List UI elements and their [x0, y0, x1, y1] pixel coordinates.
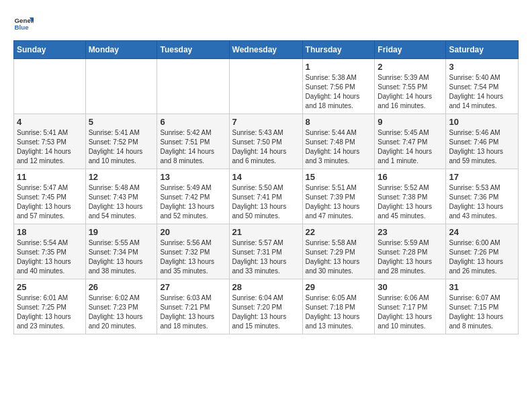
logo: General Blue — [13, 13, 34, 34]
day-info: Sunrise: 6:04 AM Sunset: 7:20 PM Dayligh… — [232, 293, 300, 331]
day-info: Sunrise: 6:01 AM Sunset: 7:25 PM Dayligh… — [17, 293, 83, 331]
day-number: 23 — [378, 227, 443, 237]
calendar-cell — [14, 59, 86, 114]
day-number: 17 — [449, 172, 515, 182]
day-number: 7 — [232, 117, 300, 127]
day-number: 29 — [306, 282, 372, 292]
calendar-cell: 27Sunrise: 6:03 AM Sunset: 7:21 PM Dayli… — [157, 279, 229, 334]
weekday-header-thursday: Thursday — [302, 41, 375, 59]
calendar-cell: 5Sunrise: 5:41 AM Sunset: 7:52 PM Daylig… — [85, 114, 157, 169]
calendar-cell: 30Sunrise: 6:06 AM Sunset: 7:17 PM Dayli… — [375, 279, 446, 334]
day-number: 31 — [449, 282, 515, 292]
calendar-cell: 3Sunrise: 5:40 AM Sunset: 7:54 PM Daylig… — [446, 59, 519, 114]
day-number: 16 — [378, 172, 443, 182]
weekday-header-tuesday: Tuesday — [157, 41, 229, 59]
day-number: 8 — [306, 117, 372, 127]
day-number: 22 — [306, 227, 372, 237]
calendar-cell: 1Sunrise: 5:38 AM Sunset: 7:56 PM Daylig… — [302, 59, 375, 114]
calendar-cell: 21Sunrise: 5:57 AM Sunset: 7:31 PM Dayli… — [229, 224, 302, 279]
day-info: Sunrise: 5:51 AM Sunset: 7:39 PM Dayligh… — [306, 183, 372, 221]
logo-icon: General Blue — [13, 13, 34, 34]
day-info: Sunrise: 5:50 AM Sunset: 7:41 PM Dayligh… — [232, 183, 300, 221]
calendar-cell: 24Sunrise: 6:00 AM Sunset: 7:26 PM Dayli… — [446, 224, 519, 279]
calendar-cell: 11Sunrise: 5:47 AM Sunset: 7:45 PM Dayli… — [14, 169, 86, 224]
weekday-header-friday: Friday — [375, 41, 446, 59]
day-number: 6 — [160, 117, 226, 127]
calendar-cell: 26Sunrise: 6:02 AM Sunset: 7:23 PM Dayli… — [85, 279, 157, 334]
calendar-cell: 12Sunrise: 5:48 AM Sunset: 7:43 PM Dayli… — [85, 169, 157, 224]
day-number: 28 — [232, 282, 300, 292]
day-number: 15 — [306, 172, 372, 182]
day-info: Sunrise: 5:39 AM Sunset: 7:55 PM Dayligh… — [378, 73, 443, 111]
calendar-cell — [85, 59, 157, 114]
day-info: Sunrise: 5:42 AM Sunset: 7:51 PM Dayligh… — [160, 128, 226, 166]
day-info: Sunrise: 6:06 AM Sunset: 7:17 PM Dayligh… — [378, 293, 443, 331]
day-number: 27 — [160, 282, 226, 292]
calendar-cell: 9Sunrise: 5:45 AM Sunset: 7:47 PM Daylig… — [375, 114, 446, 169]
calendar-cell: 8Sunrise: 5:44 AM Sunset: 7:48 PM Daylig… — [302, 114, 375, 169]
weekday-header-row: SundayMondayTuesdayWednesdayThursdayFrid… — [14, 41, 519, 59]
calendar-cell: 17Sunrise: 5:53 AM Sunset: 7:36 PM Dayli… — [446, 169, 519, 224]
header: General Blue — [13, 13, 519, 34]
day-info: Sunrise: 5:40 AM Sunset: 7:54 PM Dayligh… — [449, 73, 515, 111]
day-info: Sunrise: 5:41 AM Sunset: 7:53 PM Dayligh… — [17, 128, 83, 166]
weekday-header-sunday: Sunday — [14, 41, 86, 59]
calendar-week-row: 1Sunrise: 5:38 AM Sunset: 7:56 PM Daylig… — [14, 59, 519, 114]
calendar-cell: 19Sunrise: 5:55 AM Sunset: 7:34 PM Dayli… — [85, 224, 157, 279]
day-info: Sunrise: 5:58 AM Sunset: 7:29 PM Dayligh… — [306, 238, 372, 276]
day-info: Sunrise: 5:54 AM Sunset: 7:35 PM Dayligh… — [17, 238, 83, 276]
day-info: Sunrise: 5:55 AM Sunset: 7:34 PM Dayligh… — [89, 238, 154, 276]
day-number: 5 — [89, 117, 154, 127]
day-number: 4 — [17, 117, 83, 127]
calendar-week-row: 18Sunrise: 5:54 AM Sunset: 7:35 PM Dayli… — [14, 224, 519, 279]
day-info: Sunrise: 5:43 AM Sunset: 7:50 PM Dayligh… — [232, 128, 300, 166]
calendar-week-row: 11Sunrise: 5:47 AM Sunset: 7:45 PM Dayli… — [14, 169, 519, 224]
calendar-cell: 29Sunrise: 6:05 AM Sunset: 7:18 PM Dayli… — [302, 279, 375, 334]
calendar-cell: 16Sunrise: 5:52 AM Sunset: 7:38 PM Dayli… — [375, 169, 446, 224]
calendar-cell: 4Sunrise: 5:41 AM Sunset: 7:53 PM Daylig… — [14, 114, 86, 169]
day-number: 9 — [378, 117, 443, 127]
day-info: Sunrise: 5:56 AM Sunset: 7:32 PM Dayligh… — [160, 238, 226, 276]
day-number: 12 — [89, 172, 154, 182]
calendar-cell: 2Sunrise: 5:39 AM Sunset: 7:55 PM Daylig… — [375, 59, 446, 114]
day-info: Sunrise: 6:03 AM Sunset: 7:21 PM Dayligh… — [160, 293, 226, 331]
calendar-cell: 25Sunrise: 6:01 AM Sunset: 7:25 PM Dayli… — [14, 279, 86, 334]
calendar-cell: 28Sunrise: 6:04 AM Sunset: 7:20 PM Dayli… — [229, 279, 302, 334]
calendar-cell: 15Sunrise: 5:51 AM Sunset: 7:39 PM Dayli… — [302, 169, 375, 224]
calendar-cell: 18Sunrise: 5:54 AM Sunset: 7:35 PM Dayli… — [14, 224, 86, 279]
weekday-header-wednesday: Wednesday — [229, 41, 302, 59]
svg-text:Blue: Blue — [15, 24, 30, 31]
day-info: Sunrise: 6:00 AM Sunset: 7:26 PM Dayligh… — [449, 238, 515, 276]
day-info: Sunrise: 5:49 AM Sunset: 7:42 PM Dayligh… — [160, 183, 226, 221]
day-number: 13 — [160, 172, 226, 182]
calendar-cell: 7Sunrise: 5:43 AM Sunset: 7:50 PM Daylig… — [229, 114, 302, 169]
calendar-cell: 31Sunrise: 6:07 AM Sunset: 7:15 PM Dayli… — [446, 279, 519, 334]
day-info: Sunrise: 5:41 AM Sunset: 7:52 PM Dayligh… — [89, 128, 154, 166]
day-number: 19 — [89, 227, 154, 237]
calendar-body: 1Sunrise: 5:38 AM Sunset: 7:56 PM Daylig… — [14, 59, 519, 334]
day-number: 10 — [449, 117, 515, 127]
day-info: Sunrise: 5:52 AM Sunset: 7:38 PM Dayligh… — [378, 183, 443, 221]
calendar-week-row: 4Sunrise: 5:41 AM Sunset: 7:53 PM Daylig… — [14, 114, 519, 169]
day-info: Sunrise: 5:48 AM Sunset: 7:43 PM Dayligh… — [89, 183, 154, 221]
day-number: 26 — [89, 282, 154, 292]
day-number: 1 — [306, 62, 372, 72]
day-info: Sunrise: 5:38 AM Sunset: 7:56 PM Dayligh… — [306, 73, 372, 111]
weekday-header-saturday: Saturday — [446, 41, 519, 59]
day-number: 24 — [449, 227, 515, 237]
day-number: 18 — [17, 227, 83, 237]
day-info: Sunrise: 5:44 AM Sunset: 7:48 PM Dayligh… — [306, 128, 372, 166]
calendar-cell: 6Sunrise: 5:42 AM Sunset: 7:51 PM Daylig… — [157, 114, 229, 169]
calendar-table: SundayMondayTuesdayWednesdayThursdayFrid… — [13, 40, 519, 334]
day-info: Sunrise: 5:45 AM Sunset: 7:47 PM Dayligh… — [378, 128, 443, 166]
day-info: Sunrise: 5:59 AM Sunset: 7:28 PM Dayligh… — [378, 238, 443, 276]
calendar-cell: 13Sunrise: 5:49 AM Sunset: 7:42 PM Dayli… — [157, 169, 229, 224]
calendar-cell — [157, 59, 229, 114]
calendar-cell: 22Sunrise: 5:58 AM Sunset: 7:29 PM Dayli… — [302, 224, 375, 279]
calendar-cell: 10Sunrise: 5:46 AM Sunset: 7:46 PM Dayli… — [446, 114, 519, 169]
day-number: 3 — [449, 62, 515, 72]
day-info: Sunrise: 6:05 AM Sunset: 7:18 PM Dayligh… — [306, 293, 372, 331]
calendar-week-row: 25Sunrise: 6:01 AM Sunset: 7:25 PM Dayli… — [14, 279, 519, 334]
day-info: Sunrise: 6:07 AM Sunset: 7:15 PM Dayligh… — [449, 293, 515, 331]
day-info: Sunrise: 5:53 AM Sunset: 7:36 PM Dayligh… — [449, 183, 515, 221]
